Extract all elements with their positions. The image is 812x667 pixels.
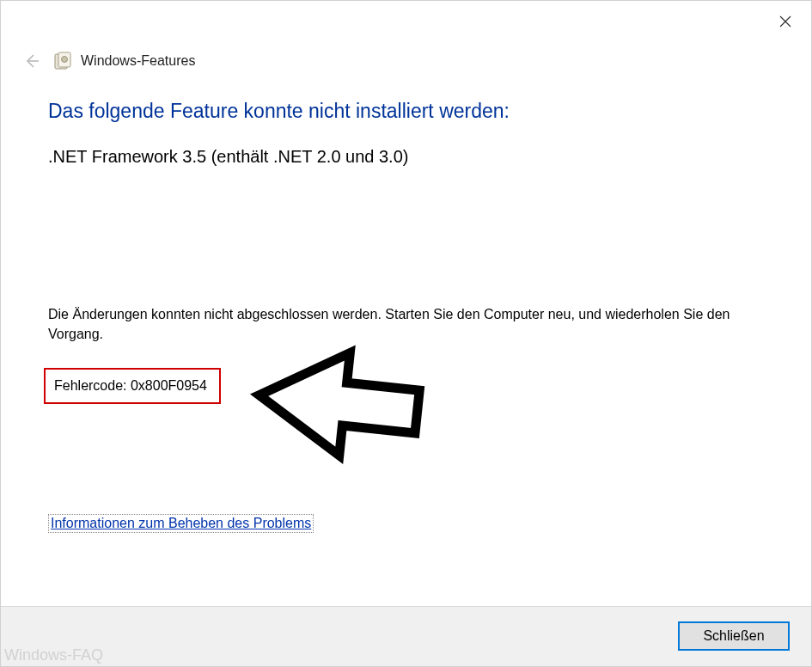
content-area: Das folgende Feature konnte nicht instal… xyxy=(48,100,764,593)
header-title: Windows-Features xyxy=(81,53,195,69)
error-heading: Das folgende Feature konnte nicht instal… xyxy=(48,100,764,123)
dialog-window: Windows-Features Das folgende Feature ko… xyxy=(0,0,812,667)
titlebar xyxy=(1,1,811,39)
header-row: Windows-Features xyxy=(22,48,790,74)
error-code-value: 0x800F0954 xyxy=(131,378,207,393)
back-arrow-icon xyxy=(23,52,40,70)
error-description: Die Änderungen konnten nicht abgeschloss… xyxy=(48,304,761,344)
error-code-label: Fehlercode: xyxy=(54,378,127,393)
close-icon xyxy=(779,15,791,28)
error-code-box: Fehlercode: 0x800F0954 xyxy=(44,368,221,404)
window-close-button[interactable] xyxy=(768,8,803,35)
feature-name: .NET Framework 3.5 (enthält .NET 2.0 und… xyxy=(48,147,764,167)
windows-features-icon xyxy=(53,52,72,70)
close-button[interactable]: Schließen xyxy=(678,621,790,651)
svg-point-5 xyxy=(62,57,68,63)
footer-bar: Schließen xyxy=(1,606,811,666)
help-link[interactable]: Informationen zum Beheben des Problems xyxy=(48,514,314,533)
back-button xyxy=(22,52,41,70)
